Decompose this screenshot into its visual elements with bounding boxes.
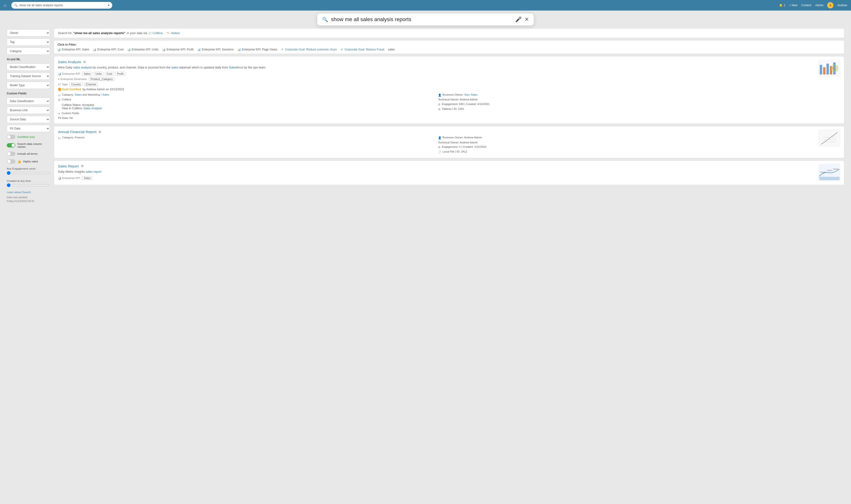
collibra-sales-link[interactable]: Sales Analysis xyxy=(83,107,102,110)
card-thumb-2 xyxy=(819,130,840,155)
svg-text:Russia: Russia xyxy=(833,168,838,170)
engagement-range[interactable] xyxy=(7,171,50,175)
dimension-label: ≡ Enterprise Dimension xyxy=(58,77,87,80)
kpi-label-3: 📊 Enterprise KPI xyxy=(58,176,80,180)
top-nav: ⌂ 🔍 show me all sales analysis reports ▾… xyxy=(0,0,851,11)
bar-chart-icon: 📊 xyxy=(197,48,201,51)
hierarchy-icon-3[interactable]: ⚙ xyxy=(81,164,84,168)
filter-sales[interactable]: sales xyxy=(388,48,395,51)
created-range[interactable] xyxy=(7,183,50,187)
home-icon[interactable]: ⌂ xyxy=(4,3,6,8)
card-main-2: Annual Financial Report ⚙ 🗂 Category: Fi… xyxy=(58,130,815,155)
certified-only-toggle[interactable] xyxy=(7,135,15,139)
result-card-sales-analysis: Sales Analysis ⚙ Wine Daily sales analys… xyxy=(54,56,844,124)
filter-corp-churn[interactable]: Corporate Goal: Reduce customer churn xyxy=(281,48,337,51)
kpi-chip-units[interactable]: Units xyxy=(94,72,103,76)
model-class-filter[interactable]: Model Classification xyxy=(7,64,50,71)
kpi-chip-cost[interactable]: Cost xyxy=(105,72,114,76)
card-thumb-3: Canada France Russia xyxy=(819,164,840,181)
engagement-label: Any Engagement count xyxy=(7,167,50,170)
user-avatar[interactable]: A xyxy=(827,2,833,8)
category-filter[interactable]: Category xyxy=(7,48,50,55)
sales-link-1[interactable]: sales xyxy=(171,66,178,69)
search-columns-label: Search data column names xyxy=(17,142,50,148)
filter-bar: Click to Filter: 📊 Enterprise KPI: Sales… xyxy=(54,40,844,54)
owner-filter[interactable]: Owner xyxy=(7,29,50,37)
close-search-button[interactable]: ✕ xyxy=(524,16,529,22)
tag-chip-channel[interactable]: Channel xyxy=(84,83,98,86)
collibra-icon: ⬡ xyxy=(149,31,152,35)
kpi-tags-row: 📊 Enterprise KPI Sales Units Cost Profit xyxy=(58,72,815,76)
card-main-3: Sales Report ⚙ Daily Metric Insights sal… xyxy=(58,164,815,181)
learn-search-link[interactable]: Learn about Search xyxy=(7,191,50,194)
salesforce-link[interactable]: Sales xyxy=(229,66,236,69)
filter-kpi-sales[interactable]: 📊 Enterprise KPI: Sales xyxy=(57,48,89,51)
kpi-chip-sales[interactable]: Sales xyxy=(82,72,92,76)
pii-row: PII Data: No xyxy=(58,116,435,120)
dim-chip-product[interactable]: Product_Category xyxy=(89,77,115,81)
sales-analysis-title[interactable]: Sales Analysis xyxy=(58,60,81,64)
index-date: Friday 01/13/2023 00:34 xyxy=(7,199,50,203)
highly-rated-toggle[interactable] xyxy=(7,159,15,164)
collibra-status: Collibra Status: Accepted xyxy=(58,103,435,107)
filter-kpi-pageviews[interactable]: 📊 Enterprise KPI: Page Views xyxy=(238,48,277,51)
training-data-filter[interactable]: Training Dataset Source xyxy=(7,73,50,80)
business-owner-link-1[interactable]: Sam Sales xyxy=(464,93,477,96)
svg-rect-11 xyxy=(819,177,839,180)
annual-financial-title[interactable]: Annual Financial Report xyxy=(58,130,97,134)
notifications[interactable]: 🔔 1 xyxy=(779,4,785,7)
category-sales-link[interactable]: Sales xyxy=(75,93,82,96)
meta-grid-1: 🗂 Category: Sales and Marketing / Sales … xyxy=(58,92,815,120)
kpi-chip-sales-3[interactable]: Sales xyxy=(82,176,92,180)
pii-data-filter[interactable]: PII Data xyxy=(7,125,50,132)
mic-button[interactable]: 🎤 xyxy=(515,16,522,22)
tag-filter[interactable]: Tag xyxy=(7,38,50,46)
model-type-filter[interactable]: Model Type xyxy=(7,82,50,89)
bar-chart-icon-kpi: 📊 xyxy=(58,72,61,75)
filter-items: 📊 Enterprise KPI: Sales 📊 Enterprise KPI… xyxy=(57,48,841,51)
result-card-annual-financial: Annual Financial Report ⚙ 🗂 Category: Fi… xyxy=(54,126,844,158)
search-columns-toggle[interactable] xyxy=(7,143,15,147)
collibra-section: Collibra Status: Accepted View In Collib… xyxy=(58,103,435,110)
hierarchy-icon-2[interactable]: ⚙ xyxy=(98,130,101,134)
hierarchy-icon-1[interactable]: ⚙ xyxy=(83,60,86,64)
category-row-1: 🗂 Category: Sales and Marketing / Sales xyxy=(58,92,435,97)
pii-text: PII Data: No xyxy=(58,116,73,120)
include-terms-toggle[interactable] xyxy=(7,151,15,156)
filter-kpi-profit[interactable]: 📊 Enterprise KPI: Profit xyxy=(162,48,193,51)
content-nav[interactable]: Content xyxy=(801,4,811,7)
collibra-star-icon: ⚙ xyxy=(58,98,60,102)
collibra-link[interactable]: ⬡ Collibra xyxy=(149,31,162,35)
bar-chart-icon-kpi-3: 📊 xyxy=(58,176,61,180)
alation-link[interactable]: 〜 Alation xyxy=(166,31,180,35)
tag-chip-country[interactable]: Country xyxy=(69,83,83,86)
card-desc-1: Wine Daily sales analysis by country, pr… xyxy=(58,65,815,70)
tech-owner-text-1: Technical Owner: Andrew Admin xyxy=(438,97,477,102)
filter-corp-fraud[interactable]: Corporate Goal: Reduce Fraud xyxy=(341,48,384,51)
search-banner-query: "show me all sales analysis reports" xyxy=(73,32,125,35)
collibra-label: Collibra xyxy=(152,32,162,35)
top-search-bar[interactable]: 🔍 show me all sales analysis reports ▾ xyxy=(11,2,112,8)
sales-report-title[interactable]: Sales Report xyxy=(58,164,79,168)
new-button[interactable]: + New xyxy=(789,4,797,7)
data-class-filter[interactable]: Data Classification xyxy=(7,97,50,105)
category-path-link[interactable]: Sales xyxy=(102,93,109,96)
kpi-chip-profit[interactable]: Profit xyxy=(116,72,125,76)
filter-bar-label: Click to Filter: xyxy=(57,43,841,47)
include-terms-label: Include all terms xyxy=(17,152,37,155)
sales-report-link[interactable]: sales report xyxy=(86,170,101,174)
svg-rect-0 xyxy=(820,65,822,74)
tags-row: 🏷 Tags Country Channel xyxy=(58,83,815,86)
sales-analysis-link-1[interactable]: sales analysis xyxy=(73,66,92,69)
kpi-tags-row-3: 📊 Enterprise KPI Sales xyxy=(58,176,815,180)
business-unit-filter[interactable]: Business Unit xyxy=(7,107,50,114)
source-data-filter[interactable]: Source Data xyxy=(7,116,50,123)
user-name[interactable]: Andrew xyxy=(837,4,847,7)
filter-kpi-units[interactable]: 📊 Enterprise KPI: Units xyxy=(127,48,158,51)
filter-kpi-sessions[interactable]: 📊 Enterprise KPI: Sessions xyxy=(197,48,234,51)
admin-nav[interactable]: Admin xyxy=(815,4,823,7)
search-input[interactable] xyxy=(331,16,512,22)
bar-chart-icon: 📊 xyxy=(238,48,241,51)
main-layout: Owner Tag Category AI and ML Model Class… xyxy=(7,28,844,203)
filter-kpi-cost[interactable]: 📊 Enterprise KPI: Cost xyxy=(93,48,124,51)
